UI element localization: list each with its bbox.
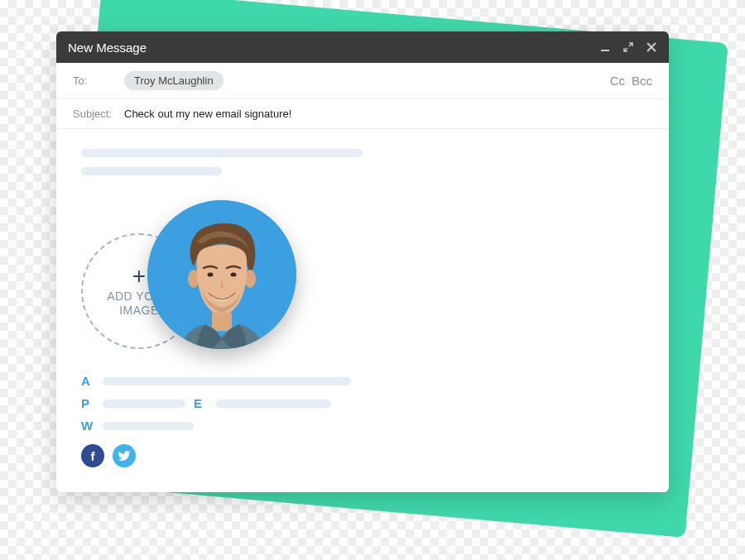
bcc-link[interactable]: Bcc bbox=[632, 74, 652, 88]
text-placeholder bbox=[103, 400, 185, 408]
expand-icon[interactable] bbox=[622, 41, 634, 53]
info-row-address: A bbox=[81, 374, 644, 388]
svg-point-5 bbox=[231, 273, 237, 277]
svg-rect-6 bbox=[212, 313, 232, 331]
add-image-label-2: IMAGE bbox=[119, 304, 159, 318]
subject-row[interactable]: Subject: Check out my new email signatur… bbox=[56, 99, 669, 129]
to-row[interactable]: To: Troy McLaughlin Cc Bcc bbox=[56, 63, 669, 99]
phone-label: P bbox=[81, 396, 94, 410]
avatar[interactable] bbox=[147, 200, 296, 349]
svg-rect-0 bbox=[601, 50, 609, 51]
message-body[interactable]: + ADD YOUR IMAGE bbox=[56, 129, 669, 492]
subject-label: Subject: bbox=[73, 108, 114, 120]
window-title: New Message bbox=[68, 41, 147, 55]
recipient-chip[interactable]: Troy McLaughlin bbox=[124, 71, 223, 90]
titlebar: New Message bbox=[56, 31, 669, 63]
subject-input[interactable]: Check out my new email signature! bbox=[124, 108, 291, 120]
info-row-phone-email: P E bbox=[81, 396, 644, 410]
facebook-icon[interactable]: f bbox=[81, 444, 104, 467]
social-icons: f bbox=[81, 444, 644, 467]
website-label: W bbox=[81, 419, 94, 433]
window-controls bbox=[599, 41, 657, 53]
info-row-website: W bbox=[81, 419, 644, 433]
twitter-icon[interactable] bbox=[113, 444, 136, 467]
svg-point-4 bbox=[208, 273, 214, 277]
to-label: To: bbox=[73, 74, 114, 87]
minimize-icon[interactable] bbox=[599, 41, 611, 53]
signature-info: A P E W bbox=[81, 374, 644, 433]
plus-icon: + bbox=[132, 265, 146, 288]
compose-window: New Message To: Troy McLaughlin Cc Bcc bbox=[56, 31, 669, 492]
signature-image-area: + ADD YOUR IMAGE bbox=[81, 200, 644, 349]
text-placeholder bbox=[215, 400, 331, 408]
text-placeholder bbox=[81, 167, 222, 175]
avatar-image bbox=[147, 200, 296, 349]
email-label: E bbox=[194, 396, 207, 410]
facebook-glyph: f bbox=[91, 449, 95, 463]
address-label: A bbox=[81, 374, 94, 388]
text-placeholder bbox=[81, 149, 363, 157]
close-icon[interactable] bbox=[646, 41, 657, 53]
text-placeholder bbox=[103, 377, 351, 385]
text-placeholder bbox=[103, 422, 194, 430]
cc-link[interactable]: Cc bbox=[610, 74, 625, 88]
